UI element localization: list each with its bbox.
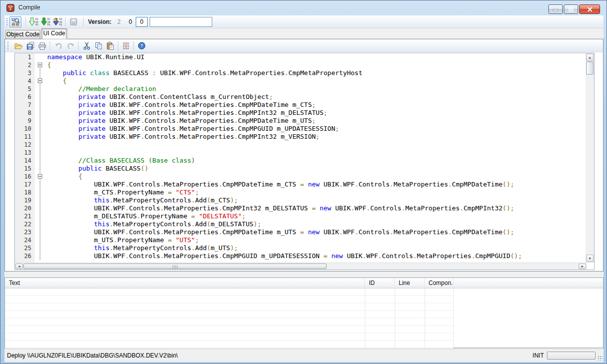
code-line[interactable] — [46, 141, 586, 149]
editor-vertical-scrollbar[interactable]: ▲ ▼ — [586, 53, 594, 263]
fold-marker[interactable] — [35, 173, 46, 181]
code-line[interactable]: { — [46, 173, 586, 181]
fold-marker[interactable] — [35, 61, 46, 69]
code-line[interactable]: UBIK.WPF.Controls.MetaProperties.CmpMPDa… — [46, 228, 586, 236]
object-structure-button[interactable] — [9, 16, 21, 27]
grid-column-header[interactable]: Line — [395, 278, 425, 288]
code-line[interactable]: private UBIK.WPF.Controls.MetaProperties… — [46, 125, 586, 133]
code-line[interactable]: //Member declaration — [46, 85, 586, 93]
code-line[interactable]: private UBIK.WPF.Controls.MetaProperties… — [46, 117, 586, 125]
get-special-code-button[interactable]: 01 10 01 — [52, 16, 64, 27]
minimize-button[interactable] — [548, 4, 563, 14]
maximize-button[interactable] — [564, 4, 578, 14]
code-line[interactable]: public class BASECLASS : UBIK.WPF.Contro… — [46, 69, 586, 77]
code-line[interactable]: private UBIK.WPF.Controls.MetaProperties… — [46, 133, 586, 141]
toolbar-grip[interactable] — [6, 17, 8, 26]
grid-row[interactable] — [5, 311, 453, 318]
fold-marker — [35, 101, 46, 109]
version-build-field[interactable]: 0 — [136, 17, 148, 27]
fold-marker — [35, 69, 46, 77]
code-line[interactable]: m_DELSTATUS.PropertyName = "DELSTATUS"; — [46, 212, 586, 220]
get-code-outline-button[interactable]: 01 10 01 — [28, 16, 40, 27]
svg-text:1010: 1010 — [123, 47, 129, 50]
output-grid[interactable]: TextIDLineCompon... — [4, 277, 604, 348]
code-line[interactable]: { — [46, 61, 586, 69]
compile-window: Compile — [0, 0, 607, 364]
line-number: 1 — [15, 53, 35, 61]
editor-fold-margin[interactable] — [35, 53, 46, 263]
code-line[interactable]: public BASECLASS() — [46, 165, 586, 173]
open-button[interactable] — [12, 40, 24, 51]
fold-marker[interactable] — [35, 77, 46, 85]
grid-body[interactable] — [5, 288, 603, 348]
code-line[interactable]: m_UTS.PropertyName = "UTS"; — [46, 236, 586, 244]
resize-grip-icon[interactable] — [598, 356, 603, 361]
open-folder-icon — [14, 42, 23, 50]
code-line[interactable]: private UBIK.Content.ContentClass m_Curr… — [46, 93, 586, 101]
grid-row[interactable] — [5, 341, 453, 348]
copy-button[interactable] — [92, 40, 104, 51]
binary-view-button[interactable]: 1010 0101 1010 — [120, 40, 132, 51]
fold-marker — [35, 204, 46, 212]
editor-horizontal-scrollbar[interactable]: ◄ ► — [15, 263, 587, 270]
line-number: 21 — [15, 212, 35, 220]
grid-row[interactable] — [5, 296, 453, 303]
code-line[interactable]: UBIK.WPF.Controls.MetaProperties.CmpMPGU… — [46, 252, 586, 260]
code-line[interactable]: UBIK.WPF.Controls.MetaProperties.CmpMPIn… — [46, 204, 586, 212]
tab-object-code[interactable]: Object Code — [5, 30, 40, 39]
get-code-button[interactable]: 01 10 01 — [40, 16, 52, 27]
grid-column-header[interactable]: ID — [365, 278, 395, 288]
fold-marker — [35, 125, 46, 133]
version-suffix-input[interactable] — [150, 17, 212, 27]
line-number: 26 — [15, 252, 35, 260]
scroll-up-arrow-icon[interactable]: ▲ — [586, 54, 594, 61]
fold-marker — [35, 220, 46, 228]
close-button[interactable] — [579, 4, 600, 14]
code-line[interactable] — [46, 149, 586, 157]
editor-code[interactable]: namespace UBIK.Runtime.UI{ public class … — [46, 53, 586, 263]
scroll-left-arrow-icon[interactable]: ◄ — [15, 264, 23, 269]
code-line[interactable]: m_CTS.PropertyName = "CTS"; — [46, 188, 586, 196]
help-button[interactable]: ? — [136, 40, 148, 51]
grid-row[interactable] — [5, 326, 453, 333]
cut-button[interactable] — [81, 40, 92, 51]
line-number: 12 — [15, 141, 35, 149]
editor-gutter: 1234567891011121314151617181920212223242… — [15, 53, 35, 263]
code-line[interactable]: this.MetaPropertyControls.Add(m_UTS); — [46, 244, 586, 252]
fold-marker — [35, 85, 46, 93]
printer-icon — [38, 42, 46, 50]
print-button[interactable] — [36, 40, 48, 51]
help-question-icon: ? — [138, 42, 146, 50]
grid-row[interactable] — [5, 318, 453, 326]
scroll-down-arrow-icon[interactable]: ▼ — [586, 255, 594, 262]
code-line[interactable]: private UBIK.WPF.Controls.MetaProperties… — [46, 101, 586, 109]
grid-column-header[interactable]: Text — [5, 278, 365, 288]
horizontal-scrollbar-thumb[interactable] — [23, 264, 327, 269]
paste-button[interactable] — [104, 40, 116, 51]
title-bar[interactable]: Compile — [0, 0, 607, 15]
vertical-scrollbar-thumb[interactable] — [586, 62, 594, 75]
line-number: 4 — [15, 77, 35, 85]
binary-digits-icon: 1010 0101 1010 — [122, 42, 130, 50]
fold-marker — [35, 252, 46, 260]
grid-row[interactable] — [5, 333, 453, 341]
fold-marker — [35, 93, 46, 101]
version-minor: 0 — [129, 18, 132, 25]
grid-row[interactable] — [5, 288, 453, 296]
code-line[interactable]: this.MetaPropertyControls.Add(m_DELSTATU… — [46, 220, 586, 228]
code-line[interactable]: this.MetaPropertyControls.Add(m_CTS); — [46, 196, 586, 204]
code-line[interactable]: //Class BASECLASS (Base class) — [46, 157, 586, 165]
clipboard-paste-icon — [106, 42, 114, 50]
code-line[interactable]: UBIK.WPF.Controls.MetaProperties.CmpMPDa… — [46, 181, 586, 188]
code-editor[interactable]: 1234567891011121314151617181920212223242… — [14, 53, 595, 270]
tab-ui-code[interactable]: UI Code — [41, 28, 67, 39]
code-line[interactable]: { — [46, 77, 586, 85]
grid-column-line — [425, 288, 425, 348]
code-line[interactable]: private UBIK.WPF.Controls.MetaProperties… — [46, 109, 586, 117]
grid-row[interactable] — [5, 303, 453, 311]
toolbar-grip[interactable] — [7, 41, 9, 50]
scroll-right-arrow-icon[interactable]: ► — [579, 264, 586, 269]
grid-column-header[interactable]: Compon... — [425, 278, 453, 288]
code-line[interactable]: namespace UBIK.Runtime.UI — [46, 53, 586, 61]
save-button[interactable] — [24, 40, 36, 51]
